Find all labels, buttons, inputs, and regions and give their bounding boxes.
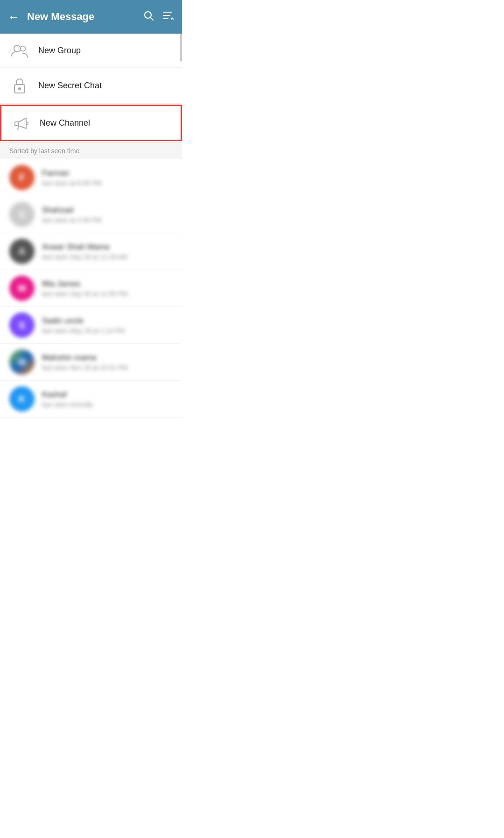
contact-status: last seen May 29 at 1:14 PM	[42, 327, 173, 334]
lock-icon	[9, 77, 30, 94]
contact-item[interactable]: SShahzadlast seen at 4:36 PM	[0, 196, 182, 233]
contact-info: Mahshin mamalast seen Nov 29 at 10:51 PM	[42, 353, 173, 371]
new-group-label: New Group	[38, 46, 81, 56]
contact-name: Shahzad	[42, 206, 173, 215]
menu-item-new-group[interactable]: New Group	[0, 34, 182, 68]
contact-info: Shahzadlast seen at 4:36 PM	[42, 206, 173, 224]
contact-status: last seen at 6:05 PM	[42, 179, 173, 187]
avatar: F	[9, 165, 35, 190]
svg-point-6	[14, 45, 21, 52]
back-button[interactable]: ←	[7, 10, 20, 24]
svg-line-1	[151, 18, 154, 21]
contacts-list: FFarmanlast seen at 6:05 PMSShahzadlast …	[0, 159, 182, 418]
contact-info: Mia Jameslast seen Sep 29 at 11:59 PM	[42, 279, 173, 298]
section-label: Sorted by last seen time	[9, 147, 79, 155]
section-header: Sorted by last seen time	[0, 142, 182, 159]
sort-icon[interactable]: A	[162, 10, 175, 23]
svg-point-9	[18, 87, 21, 90]
menu-item-new-secret-chat[interactable]: New Secret Chat	[0, 68, 182, 104]
contact-name: Mahshin mama	[42, 353, 173, 362]
avatar: S	[9, 202, 35, 227]
avatar: A	[9, 239, 35, 264]
svg-point-7	[21, 46, 26, 51]
contact-info: Farmanlast seen at 6:05 PM	[42, 169, 173, 187]
megaphone-icon	[11, 115, 31, 130]
avatar: M	[9, 276, 35, 301]
contact-status: last seen Sep 29 at 11:59 PM	[42, 290, 173, 298]
avatar: S	[9, 312, 35, 338]
contact-status: last seen recently	[42, 401, 173, 408]
contact-status: last seen at 4:36 PM	[42, 216, 173, 224]
contact-status: last seen Sep 29 at 11:29 AM	[42, 253, 173, 261]
page-title: New Message	[27, 11, 143, 23]
new-channel-label: New Channel	[40, 118, 90, 128]
group-icon	[9, 43, 30, 58]
menu-item-new-channel[interactable]: New Channel	[0, 105, 182, 141]
contact-info: Kashaflast seen recently	[42, 390, 173, 408]
contact-name: Anwar Shah Mama	[42, 242, 173, 252]
svg-text:A: A	[171, 16, 174, 21]
contact-name: Mia James	[42, 279, 173, 289]
svg-rect-10	[15, 122, 19, 126]
svg-point-11	[26, 122, 28, 125]
contact-name: Farman	[42, 169, 173, 178]
contact-name: Sadin uncle	[42, 316, 173, 326]
avatar: K	[9, 386, 35, 412]
header-icons: A	[143, 10, 175, 24]
avatar: M	[9, 349, 35, 375]
contact-item[interactable]: MMia Jameslast seen Sep 29 at 11:59 PM	[0, 270, 182, 307]
menu-section: New Group New Secret Chat New Channel	[0, 34, 182, 142]
contact-status: last seen Nov 29 at 10:51 PM	[42, 364, 173, 371]
contact-info: Sadin unclelast seen May 29 at 1:14 PM	[42, 316, 173, 334]
contact-item[interactable]: MMahshin mamalast seen Nov 29 at 10:51 P…	[0, 344, 182, 381]
contact-info: Anwar Shah Mamalast seen Sep 29 at 11:29…	[42, 242, 173, 261]
header: ← New Message A	[0, 0, 182, 34]
contact-item[interactable]: SSadin unclelast seen May 29 at 1:14 PM	[0, 307, 182, 344]
contact-item[interactable]: AAnwar Shah Mamalast seen Sep 29 at 11:2…	[0, 233, 182, 270]
search-icon[interactable]	[143, 10, 154, 24]
new-secret-chat-label: New Secret Chat	[38, 81, 102, 91]
contact-item[interactable]: KKashaflast seen recently	[0, 381, 182, 418]
contact-item[interactable]: FFarmanlast seen at 6:05 PM	[0, 159, 182, 196]
contact-name: Kashaf	[42, 390, 173, 399]
